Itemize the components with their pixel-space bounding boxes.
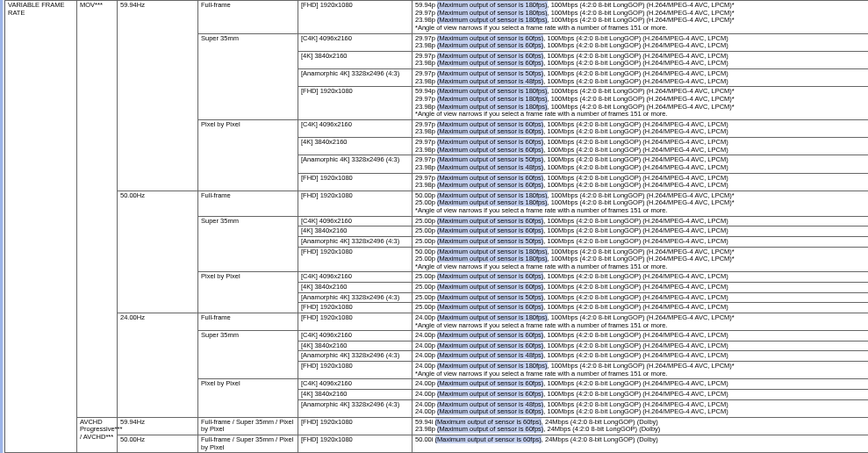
area: Full-frame — [198, 313, 298, 330]
detail: 24.00p (Maximum output of sensor is 48fp… — [412, 351, 869, 362]
detail: 25.00p (Maximum output of sensor is 50fp… — [412, 292, 869, 303]
res: [C4K] 4096x2160 — [298, 119, 412, 137]
res: [4K] 3840x2160 — [298, 283, 412, 293]
table-row: 24.00Hz Full-frame [FHD] 1920x1080 24.00… — [5, 313, 869, 330]
detail: 25.00p (Maximum output of sensor is 60fp… — [412, 216, 869, 226]
detail: 24.00p (Maximum output of sensor is 48fp… — [412, 399, 869, 417]
freq: 59.94Hz — [118, 417, 198, 435]
res: [4K] 3840x2160 — [298, 138, 412, 155]
res: [FHD] 1920x1080 — [298, 303, 412, 313]
detail: 29.97p (Maximum output of sensor is 60fp… — [412, 173, 869, 191]
detail: 24.00p (Maximum output of sensor is 60fp… — [412, 379, 869, 390]
res: [Anamorphic 4K] 3328x2496 (4:3) — [298, 351, 412, 362]
detail: 50.00p (Maximum output of sensor is 180f… — [412, 247, 869, 272]
detail: 59.94p (Maximum output of sensor is 180f… — [412, 1, 869, 34]
detail: 50.00p (Maximum output of sensor is 180f… — [412, 191, 869, 216]
area: Pixel by Pixel — [198, 379, 298, 418]
cat-header: VARIABLE FRAME RATE — [5, 1, 77, 453]
res: [C4K] 4096x2160 — [298, 331, 412, 342]
detail: 24.00p (Maximum output of sensor is 60fp… — [412, 389, 869, 399]
area: Pixel by Pixel — [198, 272, 298, 313]
res: [FHD] 1920x1080 — [298, 417, 412, 435]
table-row: VARIABLE FRAME RATE MOV*** 59.94Hz Full-… — [5, 1, 869, 34]
detail: 24.00p (Maximum output of sensor is 60fp… — [412, 331, 869, 342]
res: [C4K] 4096x2160 — [298, 379, 412, 390]
freq: 50.00Hz — [118, 191, 198, 313]
area: Full-frame — [198, 1, 298, 34]
detail: 25.00p (Maximum output of sensor is 50fp… — [412, 236, 869, 247]
table-row: AVCHD Progressive*** / AVCHD*** 59.94Hz … — [5, 417, 869, 435]
codec-avchd: AVCHD Progressive*** / AVCHD*** — [77, 417, 118, 453]
detail: 29.97p (Maximum output of sensor is 60fp… — [412, 33, 869, 51]
res: [4K] 3840x2160 — [298, 341, 412, 351]
detail: 25.00p (Maximum output of sensor is 60fp… — [412, 226, 869, 237]
detail: 24.00p (Maximum output of sensor is 180f… — [412, 313, 869, 330]
res: [C4K] 4096x2160 — [298, 33, 412, 51]
res: [Anamorphic 4K] 3328x2496 (4:3) — [298, 155, 412, 173]
area: Full-frame / Super 35mm / Pixel by Pixel — [198, 435, 298, 453]
table-row: 50.00Hz Full-frame [FHD] 1920x1080 50.00… — [5, 191, 869, 216]
res: [C4K] 4096x2160 — [298, 272, 412, 283]
res: [FHD] 1920x1080 — [298, 1, 412, 34]
res: [4K] 3840x2160 — [298, 389, 412, 399]
detail: 24.00p (Maximum output of sensor is 180f… — [412, 362, 869, 379]
area: Pixel by Pixel — [198, 119, 298, 191]
detail: 59.94i (Maximum output of sensor is 60fp… — [412, 417, 869, 435]
detail: 24.00p (Maximum output of sensor is 60fp… — [412, 341, 869, 351]
spec-table: VARIABLE FRAME RATE MOV*** 59.94Hz Full-… — [4, 0, 868, 453]
res: [FHD] 1920x1080 — [298, 247, 412, 272]
res: [C4K] 4096x2160 — [298, 216, 412, 226]
detail: 29.97p (Maximum output of sensor is 60fp… — [412, 138, 869, 155]
res: [FHD] 1920x1080 — [298, 435, 412, 453]
res: [Anamorphic 4K] 3328x2496 (4:3) — [298, 236, 412, 247]
area: Super 35mm — [198, 331, 298, 379]
res: [FHD] 1920x1080 — [298, 362, 412, 379]
res: [FHD] 1920x1080 — [298, 191, 412, 216]
res: [Anamorphic 4K] 3328x2496 (4:3) — [298, 69, 412, 87]
detail: 29.97p (Maximum output of sensor is 50fp… — [412, 69, 869, 87]
area: Super 35mm — [198, 33, 298, 119]
detail: 50.00i (Maximum output of sensor is 60fp… — [412, 435, 869, 453]
detail: 29.97p (Maximum output of sensor is 60fp… — [412, 51, 869, 68]
detail: 59.94p (Maximum output of sensor is 180f… — [412, 87, 869, 120]
detail: 29.97p (Maximum output of sensor is 50fp… — [412, 155, 869, 173]
res: [FHD] 1920x1080 — [298, 173, 412, 191]
spec-table-wrap: VARIABLE FRAME RATE MOV*** 59.94Hz Full-… — [0, 0, 868, 453]
res: [4K] 3840x2160 — [298, 226, 412, 237]
detail: 25.00p (Maximum output of sensor is 60fp… — [412, 283, 869, 293]
freq: 24.00Hz — [118, 313, 198, 417]
area: Super 35mm — [198, 216, 298, 272]
table-row: 50.00Hz Full-frame / Super 35mm / Pixel … — [5, 435, 869, 453]
area: Full-frame — [198, 191, 298, 216]
area: Full-frame / Super 35mm / Pixel by Pixel — [198, 417, 298, 435]
detail: 25.00p (Maximum output of sensor is 60fp… — [412, 303, 869, 313]
res: [Anamorphic 4K] 3328x2496 (4:3) — [298, 292, 412, 303]
res: [FHD] 1920x1080 — [298, 87, 412, 120]
res: [4K] 3840x2160 — [298, 51, 412, 68]
detail: 25.00p (Maximum output of sensor is 60fp… — [412, 272, 869, 283]
res: [FHD] 1920x1080 — [298, 313, 412, 330]
codec-mov: MOV*** — [77, 1, 118, 418]
detail: 29.97p (Maximum output of sensor is 60fp… — [412, 119, 869, 137]
freq: 59.94Hz — [118, 1, 198, 191]
freq: 50.00Hz — [118, 435, 198, 453]
res: [Anamorphic 4K] 3328x2496 (4:3) — [298, 399, 412, 417]
